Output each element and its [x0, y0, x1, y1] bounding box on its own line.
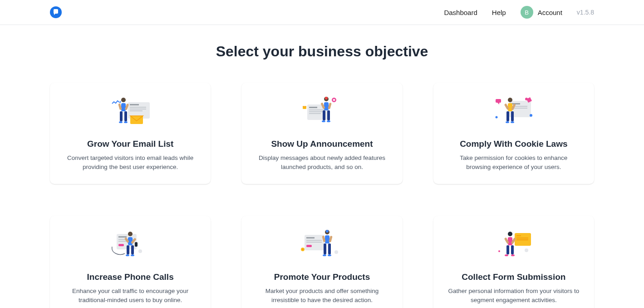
- svg-point-27: [325, 97, 328, 99]
- card-form-submission[interactable]: Collect Form Submission Gather personal …: [433, 216, 594, 308]
- svg-point-57: [138, 249, 142, 253]
- svg-rect-69: [306, 240, 322, 241]
- card-grow-email-list[interactable]: Grow Your Email List Convert targeted vi…: [50, 83, 211, 184]
- svg-rect-30: [327, 110, 330, 120]
- svg-rect-92: [506, 245, 509, 254]
- svg-rect-91: [508, 237, 512, 245]
- svg-point-73: [302, 248, 304, 250]
- svg-point-82: [323, 254, 326, 256]
- card-title: Grow Your Email List: [59, 139, 202, 149]
- nav: Dashboard Help B Account v1.5.8: [444, 6, 594, 19]
- card-title: Increase Phone Calls: [59, 272, 202, 282]
- svg-point-33: [322, 120, 325, 122]
- card-show-announcement[interactable]: Show Up Announcement Display messages ab…: [241, 83, 402, 184]
- illustration-announcement-icon: [299, 95, 344, 132]
- svg-point-16: [124, 121, 128, 123]
- svg-rect-87: [516, 239, 528, 240]
- logo-icon[interactable]: [50, 6, 62, 18]
- svg-point-65: [126, 254, 129, 256]
- illustration-email-icon: [108, 95, 153, 132]
- card-promote-products[interactable]: Promote Your Products Market your produc…: [241, 216, 402, 308]
- header: Dashboard Help B Account v1.5.8: [0, 0, 644, 25]
- svg-point-44: [508, 98, 512, 102]
- svg-point-83: [328, 254, 331, 256]
- svg-point-76: [326, 230, 329, 233]
- card-desc: Enhance your call traffic to encourage y…: [59, 287, 202, 305]
- svg-point-39: [525, 98, 528, 100]
- svg-rect-56: [118, 244, 124, 246]
- svg-rect-71: [306, 245, 312, 247]
- svg-point-42: [530, 114, 532, 117]
- svg-point-90: [508, 232, 512, 236]
- page-title: Select your business objective: [50, 43, 594, 60]
- svg-rect-28: [324, 102, 329, 110]
- svg-rect-40: [496, 99, 501, 103]
- card-title: Show Up Announcement: [251, 139, 393, 149]
- svg-point-51: [511, 121, 514, 123]
- illustration-promote-icon: [299, 229, 344, 265]
- nav-dashboard[interactable]: Dashboard: [444, 9, 477, 16]
- svg-rect-93: [511, 245, 514, 254]
- card-desc: Display messages about newly added featu…: [251, 154, 393, 172]
- nav-account[interactable]: B Account: [521, 6, 562, 19]
- svg-rect-36: [511, 103, 520, 104]
- svg-point-89: [498, 250, 500, 252]
- card-title: Comply With Cookie Laws: [442, 139, 585, 149]
- svg-rect-53: [118, 236, 127, 238]
- illustration-cookie-icon: [491, 95, 536, 132]
- svg-point-9: [121, 98, 126, 102]
- illustration-form-icon: [491, 229, 536, 265]
- svg-rect-2: [130, 104, 139, 105]
- svg-point-97: [511, 254, 515, 256]
- svg-rect-85: [516, 235, 521, 236]
- svg-rect-79: [328, 243, 331, 254]
- card-desc: Market your products and offer something…: [251, 287, 393, 305]
- objectives-grid: Grow Your Email List Convert targeted vi…: [50, 83, 594, 308]
- svg-rect-3: [130, 107, 146, 108]
- svg-rect-64: [135, 242, 138, 247]
- svg-point-88: [525, 248, 528, 252]
- svg-point-15: [119, 121, 123, 123]
- card-desc: Gather personal information from your vi…: [442, 287, 585, 305]
- svg-rect-12: [124, 111, 127, 121]
- svg-point-66: [131, 254, 134, 256]
- svg-point-58: [128, 232, 133, 236]
- card-desc: Take permission for cookies to enhance b…: [442, 154, 585, 172]
- svg-rect-18: [309, 107, 317, 108]
- svg-rect-78: [324, 243, 326, 254]
- svg-rect-60: [127, 245, 129, 254]
- svg-rect-5: [130, 110, 143, 111]
- avatar: B: [521, 6, 533, 19]
- svg-rect-77: [325, 235, 329, 243]
- svg-rect-19: [309, 109, 324, 110]
- card-desc: Convert targeted visitors into email lea…: [59, 154, 202, 172]
- nav-help[interactable]: Help: [492, 9, 506, 16]
- svg-rect-47: [511, 111, 514, 121]
- svg-rect-20: [309, 111, 324, 112]
- account-label: Account: [538, 9, 562, 16]
- svg-rect-11: [120, 111, 123, 121]
- svg-point-50: [506, 121, 509, 123]
- svg-point-43: [495, 116, 497, 119]
- svg-point-74: [334, 250, 338, 254]
- svg-point-96: [505, 254, 508, 256]
- illustration-phone-icon: [108, 229, 153, 265]
- svg-marker-6: [119, 100, 121, 104]
- svg-rect-70: [306, 242, 322, 243]
- svg-rect-29: [323, 110, 325, 120]
- card-cookie-laws[interactable]: Comply With Cookie Laws Take permission …: [433, 83, 594, 184]
- svg-rect-4: [130, 109, 146, 109]
- card-title: Collect Form Submission: [442, 272, 585, 282]
- svg-marker-41: [497, 103, 499, 104]
- svg-rect-10: [121, 103, 126, 111]
- svg-rect-46: [506, 111, 509, 121]
- svg-rect-68: [306, 237, 315, 238]
- card-phone-calls[interactable]: Increase Phone Calls Enhance your call t…: [50, 216, 211, 308]
- svg-point-34: [327, 120, 330, 122]
- version-label: v1.5.8: [577, 9, 594, 16]
- card-title: Promote Your Products: [251, 272, 393, 282]
- svg-rect-61: [131, 245, 134, 254]
- svg-rect-45: [508, 103, 512, 111]
- svg-rect-86: [516, 238, 528, 238]
- main: Select your business objective: [0, 25, 644, 308]
